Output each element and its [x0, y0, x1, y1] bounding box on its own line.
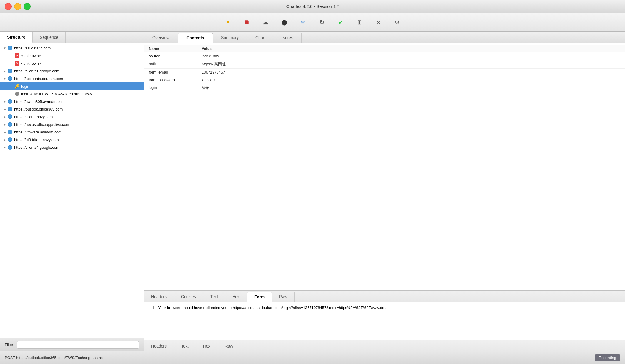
right-pane: Overview Contents Summary Chart Notes Na…	[144, 32, 625, 351]
row-value-redir: https:// 某网址	[202, 61, 226, 67]
refresh-button[interactable]: ↻	[314, 15, 330, 29]
recording-badge: Recording	[595, 354, 620, 361]
row-name-form-password: form_password	[149, 78, 202, 82]
pointer-tool-button[interactable]: ✦	[220, 15, 236, 29]
response-text: Your browser should have redirected you …	[158, 305, 386, 311]
tools-button[interactable]: ✕	[370, 15, 387, 29]
tab-text-bot[interactable]: Text	[174, 341, 196, 351]
tree-item-vmware-awmdm[interactable]: ▶ https://vmware.awmdm.com	[0, 128, 144, 136]
globe-icon	[7, 99, 13, 104]
maximize-button[interactable]	[24, 3, 31, 10]
col-header-value: Value	[202, 46, 212, 51]
settings-button[interactable]: ⚙	[389, 15, 405, 29]
tab-raw-mid[interactable]: Raw	[272, 292, 295, 302]
record-button[interactable]: ⏺	[238, 15, 255, 29]
throttle-button[interactable]: ☁	[257, 15, 274, 29]
globe-icon	[7, 46, 13, 50]
row-name-form-email: form_email	[149, 70, 202, 74]
close-button[interactable]	[5, 3, 12, 10]
chevron-right-icon: ▶	[2, 115, 7, 118]
left-pane: Structure Sequence ▼ https://ssl.gstatic…	[0, 32, 144, 351]
tick-button[interactable]: ✔	[332, 15, 349, 29]
globe-icon	[7, 130, 13, 134]
chevron-right-icon: ▶	[2, 108, 7, 111]
tab-cookies-mid[interactable]: Cookies	[174, 292, 203, 302]
chevron-right-icon: ▶	[2, 146, 7, 149]
globe-icon	[7, 69, 13, 73]
tab-text-mid[interactable]: Text	[203, 292, 225, 302]
left-tab-bar: Structure Sequence	[0, 32, 144, 43]
chevron-right-icon: ▶	[2, 69, 7, 73]
tree-item-accounts-douban[interactable]: ▼ https://accounts.douban.com	[0, 75, 144, 82]
status-text: POST https://outlook.office365.com/EWS/E…	[5, 355, 103, 360]
tree-item-login[interactable]: 🔑 login	[0, 82, 144, 90]
tree-area[interactable]: ▼ https://ssl.gstatic.com ✕ <unknown> ✕ …	[0, 43, 144, 338]
tab-form-mid[interactable]: Form	[247, 292, 272, 302]
tree-item-nexus-officeapps[interactable]: ▶ https://nexus.officeapps.live.com	[0, 121, 144, 128]
chevron-down-icon: ▼	[2, 46, 7, 50]
tab-sequence[interactable]: Sequence	[33, 32, 66, 43]
chevron-right-icon: ▶	[2, 131, 7, 134]
tree-item-unknown2[interactable]: ✕ <unknown>	[0, 59, 144, 67]
line-number: 1	[149, 305, 155, 311]
tab-chart[interactable]: Chart	[247, 33, 274, 43]
globe-icon	[7, 122, 13, 127]
filter-label: Filter:	[5, 343, 14, 347]
row-value-source: index_nav	[202, 54, 219, 58]
tab-overview[interactable]: Overview	[144, 33, 178, 43]
tab-hex-mid[interactable]: Hex	[225, 292, 247, 302]
table-header: Name Value	[144, 45, 625, 52]
chevron-down-icon: ▼	[2, 77, 7, 80]
lock-icon: 🔑	[14, 84, 20, 89]
name-value-table: Name Value source index_nav redir https:…	[144, 43, 625, 290]
compose-button[interactable]: ✏	[295, 15, 311, 29]
main-content: Structure Sequence ▼ https://ssl.gstatic…	[0, 32, 625, 351]
tree-item-clients4-google[interactable]: ▶ https://clients4.google.com	[0, 143, 144, 151]
tree-item-awcm305[interactable]: ▶ https://awcm305.awmdm.com	[0, 98, 144, 105]
row-name-redir: redir	[149, 61, 202, 67]
tab-headers-bot[interactable]: Headers	[144, 341, 174, 351]
tab-raw-bot[interactable]: Raw	[218, 341, 240, 351]
chevron-right-icon: ▶	[2, 123, 7, 126]
tab-hex-bot[interactable]: Hex	[196, 341, 218, 351]
right-top-tab-bar: Overview Contents Summary Chart Notes	[144, 32, 625, 43]
tab-headers-mid[interactable]: Headers	[144, 292, 174, 302]
tree-item-outlook-office365[interactable]: ▶ https://outlook.office365.com	[0, 105, 144, 113]
toolbar: ✦ ⏺ ☁ ⬤ ✏ ↻ ✔ 🗑 ✕ ⚙	[0, 13, 625, 32]
globe-icon	[7, 145, 13, 150]
tree-item-clients1-google[interactable]: ▶ https://clients1.google.com	[0, 67, 144, 75]
tree-item-ut3-triton-mozy[interactable]: ▶ https://ut3.triton.mozy.com	[0, 136, 144, 143]
globe-icon	[7, 76, 13, 81]
tree-item-client-mozy[interactable]: ▶ https://client.mozy.com	[0, 113, 144, 121]
clear-button[interactable]: ⬤	[276, 15, 293, 29]
row-value-login: 登录	[202, 85, 209, 91]
tab-contents[interactable]: Contents	[178, 33, 213, 43]
filter-bar: Filter:	[0, 338, 144, 351]
table-row: form_email 13671978457	[144, 69, 625, 76]
status-bar: POST https://outlook.office365.com/EWS/E…	[0, 351, 625, 364]
row-value-form-password: xiaojia0	[202, 78, 215, 82]
chevron-right-icon: ▶	[2, 100, 7, 103]
row-value-form-email: 13671978457	[202, 70, 225, 74]
table-row: redir https:// 某网址	[144, 60, 625, 69]
minimize-button[interactable]	[14, 3, 21, 10]
bottom-tab-bar: Headers Text Hex Raw	[144, 340, 625, 351]
filter-input[interactable]	[17, 341, 139, 349]
col-header-name: Name	[149, 46, 202, 51]
table-row: source index_nav	[144, 52, 625, 60]
title-bar: Charles 4.2.6 - Session 1 *	[0, 0, 625, 13]
tab-summary[interactable]: Summary	[213, 33, 247, 43]
tree-item-unknown1[interactable]: ✕ <unknown>	[0, 52, 144, 59]
tree-item-ssl-gstatic[interactable]: ▼ https://ssl.gstatic.com	[0, 44, 144, 52]
table-row: login 登录	[144, 84, 625, 92]
globe-icon	[7, 107, 13, 111]
info-icon: i	[14, 91, 20, 96]
globe-icon	[7, 137, 13, 142]
error-icon: ✕	[14, 61, 20, 66]
tab-notes[interactable]: Notes	[274, 33, 302, 43]
trash-button[interactable]: 🗑	[351, 15, 368, 29]
response-line: 1 Your browser should have redirected yo…	[149, 305, 620, 311]
tab-structure[interactable]: Structure	[0, 32, 33, 43]
tree-item-login-alias[interactable]: i login?alias=13671978457&redir=https%3A	[0, 90, 144, 98]
middle-tab-bar: Headers Cookies Text Hex Form Raw	[144, 290, 625, 302]
